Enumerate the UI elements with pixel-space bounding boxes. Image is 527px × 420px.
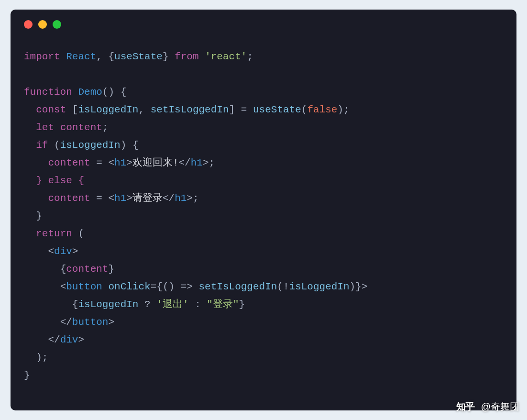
zhihu-logo: 知乎: [454, 401, 476, 413]
call-setisloggedin: setIsLoggedIn: [199, 281, 277, 292]
arg-isloggedin: isLoggedIn: [289, 281, 350, 292]
keyword-return: return: [36, 228, 72, 239]
tag-button-close: button: [72, 317, 109, 328]
keyword-else: } else {: [36, 175, 84, 186]
expr-content: content: [66, 264, 108, 275]
text-welcome-back: 欢迎回来!: [132, 157, 179, 168]
minimize-icon[interactable]: [38, 20, 47, 29]
attr-onclick: onClick: [108, 281, 150, 292]
string-logout: '退出': [156, 299, 188, 310]
tag-h1: h1: [114, 193, 126, 204]
keyword-let: let: [36, 122, 54, 133]
watermark-author: @奇舞团: [481, 400, 519, 413]
var-isloggedin: isLoggedIn: [78, 104, 138, 115]
tag-div-close: div: [60, 334, 78, 345]
tag-button: button: [66, 281, 102, 292]
fn-demo: Demo: [78, 87, 102, 98]
maximize-icon[interactable]: [53, 20, 61, 29]
keyword-from: from: [175, 51, 198, 62]
tag-h1-close: h1: [175, 193, 187, 204]
keyword-import: import: [24, 51, 60, 62]
call-usestate: useState: [253, 104, 301, 115]
code-block: import React, {useState} from 'react'; f…: [24, 48, 503, 384]
var-content: content: [48, 157, 90, 168]
keyword-const: const: [36, 104, 66, 115]
var-setisloggedin: setIsLoggedIn: [151, 104, 229, 115]
cond-isloggedin: isLoggedIn: [60, 140, 121, 151]
ident-react: React: [66, 51, 96, 62]
watermark: 知乎 @奇舞团: [454, 400, 519, 413]
code-editor-window: import React, {useState} from 'react'; f…: [11, 10, 516, 410]
tag-div: div: [54, 246, 72, 257]
keyword-if: if: [36, 140, 48, 151]
tag-h1: h1: [114, 157, 126, 168]
keyword-function: function: [24, 87, 72, 98]
cond-isloggedin: isLoggedIn: [78, 299, 138, 310]
ident-usestate: useState: [114, 51, 163, 62]
window-controls: [24, 20, 503, 29]
var-content: content: [60, 122, 102, 133]
string-react: 'react': [205, 51, 247, 62]
text-please-login: 请登录: [132, 193, 163, 204]
var-content: content: [48, 193, 90, 204]
string-login: "登录": [207, 299, 239, 310]
tag-h1-close: h1: [191, 157, 203, 168]
literal-false: false: [307, 104, 337, 115]
close-icon[interactable]: [24, 20, 33, 29]
